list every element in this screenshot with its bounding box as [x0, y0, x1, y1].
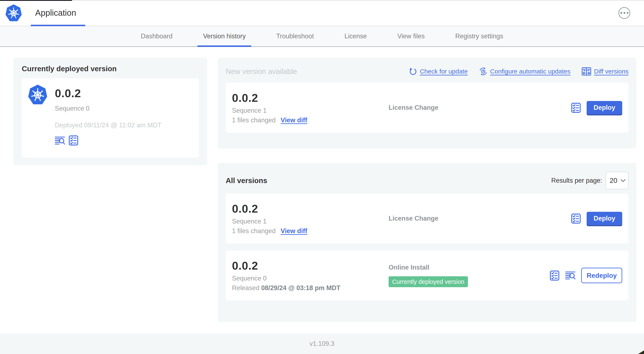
version-row-sequence-1: 0.0.2 Sequence 1 1 files changed View di… [226, 194, 628, 243]
sequence-label: Sequence 1 [232, 218, 388, 225]
view-diff-link[interactable]: View diff [281, 117, 307, 124]
configure-automatic-updates-link[interactable]: Configure automatic updates [479, 67, 570, 76]
version-row-sequence-0: 0.0.2 Sequence 0 Released 08/29/24 @ 03:… [226, 250, 628, 300]
tab-troubleshoot[interactable]: Troubleshoot [270, 26, 320, 46]
tab-license[interactable]: License [339, 26, 372, 46]
preflight-checks-icon[interactable] [550, 270, 560, 281]
results-per-page-label: Results per page: [551, 177, 602, 184]
app-title[interactable]: Application [35, 8, 76, 18]
deployed-timestamp: Deployed 09/11/24 @ 11:02 am MDT [55, 122, 162, 129]
diff-icon [582, 67, 591, 76]
view-logs-icon[interactable] [55, 136, 65, 145]
ellipsis-icon [620, 12, 622, 14]
version-source-label: Online Install [388, 264, 550, 271]
redeploy-button[interactable]: Redeploy [581, 268, 622, 283]
all-versions-panel: All versions Results per page: 20 0.0.2 … [218, 163, 636, 322]
check-for-update-link[interactable]: Check for update [409, 68, 468, 75]
tab-version-history[interactable]: Version history [198, 26, 251, 46]
preflight-checks-icon[interactable] [69, 135, 78, 146]
deployed-sequence-label: Sequence 0 [55, 105, 162, 112]
results-per-page-select[interactable]: 20 [606, 172, 628, 189]
version-number: 0.0.2 [232, 91, 388, 104]
new-version-title: New version available [226, 67, 297, 76]
app-footer: v1.109.3 [0, 333, 644, 354]
version-source-label: License Change [388, 215, 571, 222]
tab-registry-settings[interactable]: Registry settings [450, 26, 509, 46]
version-number: 0.0.2 [232, 259, 388, 272]
released-timestamp: Released 08/29/24 @ 03:18 pm MDT [232, 284, 340, 292]
preflight-checks-icon[interactable] [571, 103, 581, 113]
kubernetes-app-icon [28, 84, 48, 105]
more-options-button[interactable] [618, 7, 630, 19]
files-changed-label: 1 files changed [232, 117, 276, 124]
chevron-down-icon [620, 179, 626, 182]
deployed-version-number: 0.0.2 [55, 84, 162, 100]
refresh-icon [409, 68, 417, 75]
currently-deployed-panel: Currently deployed version 0.0.2 Sequenc… [14, 58, 207, 165]
version-number: 0.0.2 [232, 202, 388, 215]
view-logs-icon[interactable] [565, 271, 575, 280]
new-version-panel: New version available Check for update C… [218, 58, 636, 149]
mouse-cursor [638, 350, 644, 354]
currently-deployed-card: 0.0.2 Sequence 0 Deployed 09/11/24 @ 11:… [22, 78, 199, 158]
tab-view-files[interactable]: View files [392, 26, 430, 46]
new-version-card: 0.0.2 Sequence 1 1 files changed View di… [226, 83, 628, 133]
currently-deployed-title: Currently deployed version [22, 65, 199, 73]
deploy-button[interactable]: Deploy [587, 101, 622, 114]
window-top-border [0, 0, 644, 1]
app-header: Application [0, 0, 644, 26]
currently-deployed-badge: Currently deployed version [388, 276, 468, 287]
app-active-underline [31, 25, 85, 26]
version-source-label: License Change [388, 104, 571, 111]
sequence-label: Sequence 1 [232, 107, 388, 114]
console-version: v1.109.3 [310, 340, 334, 347]
preflight-checks-icon[interactable] [571, 213, 581, 224]
sequence-label: Sequence 0 [232, 275, 388, 282]
kubernetes-logo-icon [5, 4, 22, 22]
schedule-update-icon [479, 67, 488, 76]
tab-dashboard[interactable]: Dashboard [135, 26, 178, 46]
view-diff-link[interactable]: View diff [281, 227, 307, 235]
main-content: Currently deployed version 0.0.2 Sequenc… [0, 47, 644, 322]
diff-versions-link[interactable]: Diff versions [582, 67, 628, 76]
files-changed-label: 1 files changed [232, 227, 276, 235]
window-top-edge [0, 0, 72, 1]
nav-tabbar: Dashboard Version history Troubleshoot L… [0, 26, 644, 47]
all-versions-title: All versions [226, 176, 267, 185]
deploy-button[interactable]: Deploy [587, 212, 622, 225]
